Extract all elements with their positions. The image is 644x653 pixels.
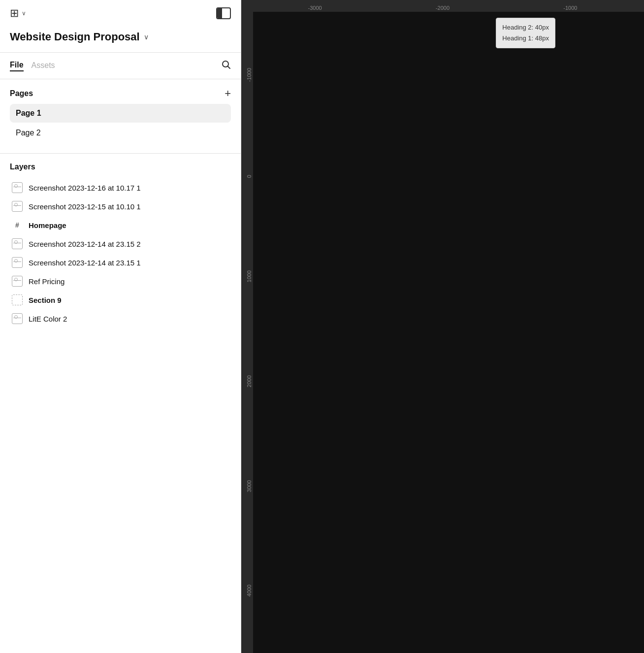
ruler-label-minus2000: -2000 bbox=[436, 5, 450, 11]
ruler-label-v-4000: 4000 bbox=[246, 585, 252, 596]
layers-list: Screenshot 2023-12-16 at 10.17 1Screensh… bbox=[10, 178, 231, 328]
layer-name: Screenshot 2023-12-14 at 23.15 2 bbox=[29, 240, 141, 248]
layer-item[interactable]: Ref Pricing bbox=[10, 272, 231, 291]
tabs-bar: File Assets bbox=[0, 53, 241, 79]
image-layer-icon bbox=[12, 182, 23, 193]
layers-section: Layers Screenshot 2023-12-16 at 10.17 1S… bbox=[0, 154, 241, 653]
project-title-chevron-icon[interactable]: ∨ bbox=[144, 33, 149, 41]
layer-item[interactable]: Screenshot 2023-12-15 at 10.10 1 bbox=[10, 197, 231, 216]
page-item-1[interactable]: Page 1 bbox=[10, 104, 231, 123]
ruler-top-inner: -3000 -2000 -1000 bbox=[241, 5, 644, 11]
logo-icon[interactable]: ⊞ bbox=[10, 7, 19, 20]
tabs-left: File Assets bbox=[10, 61, 55, 71]
ruler-left-inner: -1000 0 1000 2000 3000 4000 bbox=[246, 12, 252, 653]
ruler-label-v-3000: 3000 bbox=[246, 480, 252, 492]
add-page-button[interactable]: + bbox=[225, 88, 231, 99]
logo-chevron-icon[interactable]: ∨ bbox=[22, 10, 26, 17]
ruler-label-v-2000: 2000 bbox=[246, 375, 252, 387]
project-title-bar: Website Design Proposal ∨ bbox=[0, 27, 241, 53]
image-layer-icon bbox=[12, 201, 23, 212]
image-layer-icon bbox=[12, 313, 23, 324]
svg-line-1 bbox=[228, 66, 230, 69]
tab-assets[interactable]: Assets bbox=[32, 61, 55, 71]
layer-name: Screenshot 2023-12-14 at 23.15 1 bbox=[29, 259, 141, 267]
layer-name: Ref Pricing bbox=[29, 277, 64, 286]
section-layer-icon bbox=[12, 294, 23, 305]
image-layer-icon bbox=[12, 276, 23, 287]
ruler-top: -3000 -2000 -1000 bbox=[241, 0, 644, 12]
project-title[interactable]: Website Design Proposal bbox=[10, 31, 140, 43]
layer-item[interactable]: LitE Color 2 bbox=[10, 309, 231, 328]
layer-name: Homepage bbox=[29, 221, 66, 229]
layer-item[interactable]: Screenshot 2023-12-14 at 23.15 1 bbox=[10, 253, 231, 272]
layers-section-title: Layers bbox=[10, 163, 231, 171]
ruler-left: -1000 0 1000 2000 3000 4000 bbox=[241, 12, 253, 653]
top-bar: ⊞ ∨ bbox=[0, 0, 241, 27]
pages-section-title: Pages bbox=[10, 89, 33, 98]
layer-item[interactable]: #Homepage bbox=[10, 216, 231, 234]
layer-item[interactable]: Screenshot 2023-12-16 at 10.17 1 bbox=[10, 178, 231, 197]
layer-item[interactable]: Section 9 bbox=[10, 291, 231, 309]
ruler-label-v-1000: 1000 bbox=[246, 270, 252, 282]
layer-name: Section 9 bbox=[29, 296, 62, 304]
pages-section-header: Pages + bbox=[10, 88, 231, 99]
image-layer-icon bbox=[12, 238, 23, 249]
top-bar-left: ⊞ ∨ bbox=[10, 7, 26, 20]
tooltip-line2: Heading 1: 48px bbox=[502, 33, 549, 44]
layer-name: Screenshot 2023-12-15 at 10.10 1 bbox=[29, 202, 141, 211]
layer-item[interactable]: Screenshot 2023-12-14 at 23.15 2 bbox=[10, 234, 231, 253]
image-layer-icon bbox=[12, 257, 23, 268]
layer-name: Screenshot 2023-12-16 at 10.17 1 bbox=[29, 184, 141, 192]
layer-name: LitE Color 2 bbox=[29, 315, 67, 323]
canvas-area[interactable]: -3000 -2000 -1000 -1000 0 1000 2000 3000… bbox=[241, 0, 644, 653]
sidebar: ⊞ ∨ Website Design Proposal ∨ File Asset… bbox=[0, 0, 241, 653]
search-button[interactable] bbox=[221, 60, 231, 72]
canvas-tooltip: Heading 2: 40px Heading 1: 48px bbox=[496, 18, 555, 48]
canvas-black[interactable] bbox=[253, 12, 644, 653]
layout-toggle-icon[interactable] bbox=[216, 7, 231, 19]
frame-layer-icon: # bbox=[12, 220, 23, 230]
ruler-label-v-minus1000: -1000 bbox=[246, 68, 252, 82]
pages-section: Pages + Page 1 Page 2 bbox=[0, 79, 241, 147]
tooltip-line1: Heading 2: 40px bbox=[502, 22, 549, 33]
ruler-label-minus3000: -3000 bbox=[308, 5, 322, 11]
page-item-2[interactable]: Page 2 bbox=[10, 124, 231, 142]
ruler-label-v-0: 0 bbox=[246, 175, 252, 178]
tab-file[interactable]: File bbox=[10, 61, 24, 71]
ruler-label-minus1000: -1000 bbox=[563, 5, 577, 11]
